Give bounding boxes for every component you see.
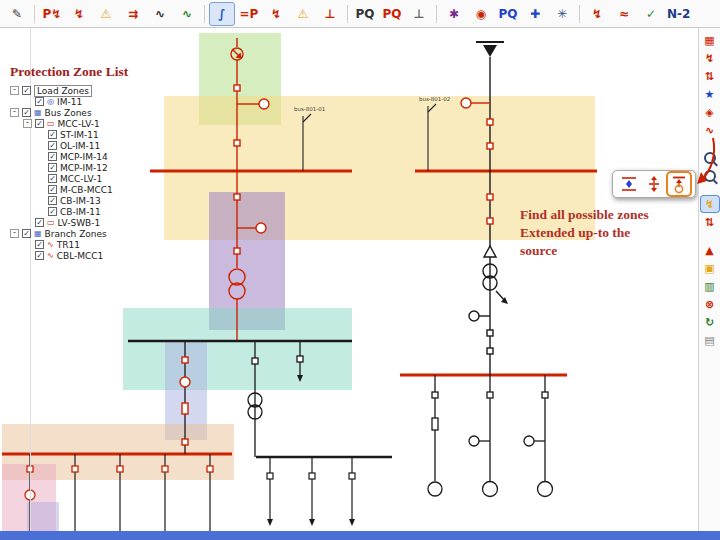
zone-checkbox[interactable]: ✓ (22, 86, 31, 95)
clipboard-icon[interactable]: ▤ (701, 332, 719, 348)
tree-item[interactable]: ✓CB-IM-13 (10, 195, 160, 206)
annotation-text: Find all possible zones Extended up-to t… (520, 206, 700, 261)
zone-checkbox[interactable]: ✓ (48, 174, 57, 183)
triangle-red-icon[interactable]: ▲ (701, 242, 719, 258)
asterisk-study-icon[interactable]: ✳ (549, 2, 575, 26)
zone-finder-icon[interactable]: ⇅ (701, 214, 719, 230)
expander-icon[interactable]: - (23, 119, 32, 128)
protection-zone-list: Protection Zone List -✓Load Zones✓◎IM-11… (10, 64, 160, 261)
tree-item[interactable]: ✓◎IM-11 (10, 96, 160, 107)
annotation-line: source (520, 242, 700, 260)
n-2-contingency-icon[interactable]: N-2 (665, 2, 692, 26)
relay-zap-icon[interactable]: ↯ (701, 50, 719, 66)
fault-current-icon[interactable]: ↯ (66, 2, 92, 26)
harmonics-icon[interactable]: ≈ (611, 2, 637, 26)
grid-icon: ▦ (34, 109, 42, 117)
zone-checkbox[interactable]: ✓ (35, 240, 44, 249)
device-duty-icon[interactable]: ⇉ (120, 2, 146, 26)
annotation-line: Find all possible zones (520, 206, 700, 224)
grounding-icon[interactable]: ⊥ (406, 2, 432, 26)
zone-between-breakers-icon[interactable] (618, 173, 640, 195)
tree-item[interactable]: ✓∿TR11 (10, 239, 160, 250)
panel-title: Protection Zone List (10, 64, 160, 80)
tree-item[interactable]: ✓∿CBL-MCC1 (10, 250, 160, 261)
bottom-window-edge (0, 531, 720, 540)
expander-icon[interactable]: - (10, 86, 19, 95)
zone-checkbox[interactable]: ✓ (35, 97, 44, 106)
tree-item[interactable]: -✓▭MCC-LV-1 (10, 118, 160, 129)
tree-item[interactable]: ✓ST-IM-11 (10, 129, 160, 140)
pq-blue-icon[interactable]: PQ (495, 2, 521, 26)
expander-icon[interactable]: - (10, 229, 19, 238)
hazard-triangle-icon[interactable]: ⚠ (290, 2, 316, 26)
fault-lightning-icon[interactable]: ↯ (263, 2, 289, 26)
equipment-label-2: bus-801-02 (419, 96, 450, 102)
waveform-green-icon[interactable]: ∿ (174, 2, 200, 26)
motor-feeders[interactable] (428, 375, 553, 497)
tree-item-label: LV-SWB-1 (58, 218, 101, 228)
expander-icon[interactable]: - (10, 108, 19, 117)
tree-item[interactable]: -✓▦Branch Zones (10, 228, 160, 239)
report-book-icon[interactable]: ▥ (701, 278, 719, 294)
tree-item-label: MCP-IM-14 (60, 152, 108, 162)
zone-extend-to-source-icon[interactable] (668, 173, 690, 195)
zone-checkbox[interactable]: ✓ (35, 218, 44, 227)
toolbar-separator (579, 5, 580, 23)
panel-yellow-icon[interactable]: ▣ (701, 260, 719, 276)
waveform-black-icon[interactable]: ∿ (147, 2, 173, 26)
refresh-arrows-icon[interactable]: ↻ (701, 314, 719, 330)
zone-checkbox[interactable]: ✓ (22, 229, 31, 238)
tree-item[interactable]: -✓▦Bus Zones (10, 107, 160, 118)
tree-item[interactable]: ✓CB-IM-11 (10, 206, 160, 217)
branch-icon: ∿ (47, 252, 54, 260)
tree-item[interactable]: ✓M-CB-MCC1 (10, 184, 160, 195)
tree-item[interactable]: ✓MCP-IM-12 (10, 162, 160, 173)
plus-blue-icon[interactable]: ✚ (522, 2, 548, 26)
tree-item-label: Branch Zones (45, 229, 107, 239)
close-circle-icon[interactable]: ⊗ (701, 296, 719, 312)
grid-icon: ▦ (34, 230, 42, 238)
motor-starting-icon[interactable]: ◉ (468, 2, 494, 26)
edit-pencil-icon[interactable]: ✎ (4, 2, 30, 26)
fault-current-p-icon[interactable]: P↯ (39, 2, 65, 26)
power-flow-pq-icon[interactable]: PQ (352, 2, 378, 26)
zone-checkbox[interactable]: ✓ (48, 185, 57, 194)
zone-checkbox[interactable]: ✓ (48, 152, 57, 161)
magnifier-glass (704, 152, 716, 164)
tree-item[interactable]: ✓MCP-IM-14 (10, 151, 160, 162)
oneline-grid-icon[interactable]: ▦ (701, 32, 719, 48)
diamond-red-icon[interactable]: ◈ (701, 104, 719, 120)
zone-checkbox[interactable]: ✓ (48, 141, 57, 150)
tree-item-label: MCP-IM-12 (60, 163, 108, 173)
zone-checkbox[interactable]: ✓ (48, 207, 57, 216)
zone-checkbox[interactable]: ✓ (22, 108, 31, 117)
tree-item[interactable]: ✓OL-IM-11 (10, 140, 160, 151)
zone-extend-updown-icon[interactable] (643, 173, 665, 195)
power-flow-pq-red-icon[interactable]: PQ (379, 2, 405, 26)
zoom-search-icon[interactable] (701, 150, 719, 166)
validation-check-icon[interactable]: ✓ (638, 2, 664, 26)
star-sequence-icon[interactable]: ✱ (441, 2, 467, 26)
tcc-curve-icon[interactable]: ∫ (209, 2, 235, 26)
sequence-p-icon[interactable]: =P (236, 2, 262, 26)
magnifier-glass (704, 170, 716, 182)
wave-red-icon[interactable]: ∿ (701, 122, 719, 138)
tree-item[interactable]: ✓MCC-LV-1 (10, 173, 160, 184)
lightning-yellow-icon[interactable]: ↯ (701, 196, 719, 212)
tree-item[interactable]: -✓Load Zones (10, 85, 160, 96)
panel-feeders[interactable] (267, 457, 355, 526)
star-blue-icon[interactable]: ★ (701, 86, 719, 102)
tree-item[interactable]: ✓▭LV-SWB-1 (10, 217, 160, 228)
zone-checkbox[interactable]: ✓ (48, 163, 57, 172)
zone-checkbox[interactable]: ✓ (48, 196, 57, 205)
utility-source[interactable] (476, 42, 504, 57)
zoom-search-2-icon[interactable] (701, 168, 719, 184)
arc-flash-hazard-icon[interactable]: ⚠ (93, 2, 119, 26)
zone-checkbox[interactable]: ✓ (35, 251, 44, 260)
zone-checkbox[interactable]: ✓ (35, 119, 44, 128)
fault-red-2-icon[interactable]: ↯ (584, 2, 610, 26)
ground-fault-icon[interactable]: ⊥ (317, 2, 343, 26)
zone-checkbox[interactable]: ✓ (48, 130, 57, 139)
zone-rect-cable (27, 502, 59, 533)
updown-arrows-icon[interactable]: ⇅ (701, 68, 719, 84)
